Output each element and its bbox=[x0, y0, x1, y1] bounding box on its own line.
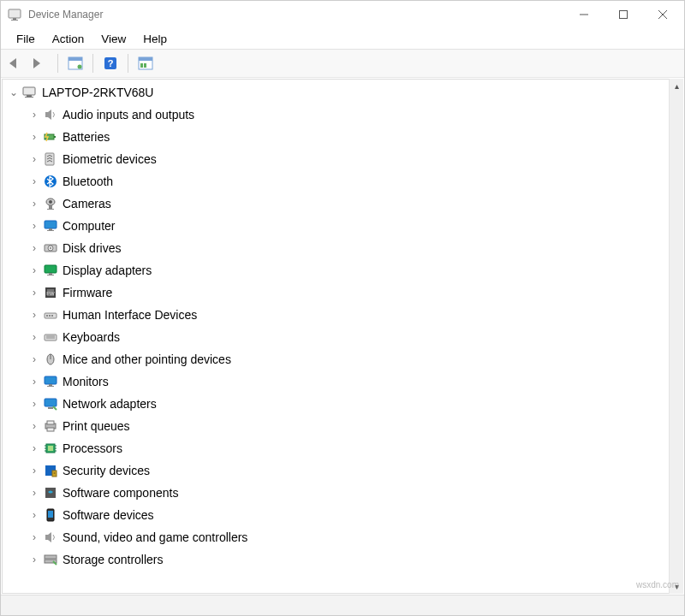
speaker-icon bbox=[43, 530, 58, 545]
chevron-right-icon[interactable]: › bbox=[28, 198, 40, 210]
chevron-right-icon[interactable]: › bbox=[28, 420, 40, 432]
menu-file[interactable]: File bbox=[8, 31, 44, 47]
toolbar-separator bbox=[92, 54, 93, 73]
tree-category[interactable]: ›Network adapters bbox=[4, 393, 681, 415]
device-manager-window: Device Manager File Action View Help ? ⌄… bbox=[0, 0, 685, 616]
maximize-button[interactable] bbox=[604, 2, 643, 27]
tree-category[interactable]: ›Print queues bbox=[4, 415, 681, 437]
tree-category[interactable]: ›Software components bbox=[4, 482, 681, 504]
tree-category[interactable]: ›Computer bbox=[4, 215, 681, 237]
forward-button[interactable] bbox=[30, 53, 51, 74]
chevron-right-icon[interactable]: › bbox=[28, 264, 40, 276]
tree-category[interactable]: ›Storage controllers bbox=[4, 548, 681, 571]
chevron-right-icon[interactable]: › bbox=[28, 376, 40, 388]
svg-rect-50 bbox=[47, 386, 54, 387]
chevron-right-icon[interactable]: › bbox=[28, 242, 40, 254]
svg-rect-42 bbox=[51, 315, 53, 317]
device-tree[interactable]: ⌄LAPTOP-2RKTV68U›Audio inputs and output… bbox=[2, 79, 683, 594]
svg-text:?: ? bbox=[108, 58, 114, 68]
svg-rect-25 bbox=[49, 205, 52, 209]
tree-category[interactable]: ›Disk drives bbox=[4, 237, 681, 259]
chevron-right-icon[interactable]: › bbox=[28, 153, 40, 165]
chevron-right-icon[interactable]: › bbox=[28, 353, 40, 365]
svg-rect-18 bbox=[25, 97, 33, 98]
tree-category[interactable]: ›Processors bbox=[4, 437, 681, 459]
tree-category-label: Sound, video and game controllers bbox=[63, 530, 247, 544]
biometric-icon bbox=[43, 151, 58, 167]
tree-category-label: Cameras bbox=[63, 197, 111, 210]
tree-category[interactable]: ›Audio inputs and outputs bbox=[4, 104, 681, 126]
tree-category[interactable]: ›Monitors bbox=[4, 370, 681, 393]
menu-help[interactable]: Help bbox=[134, 31, 176, 47]
tree-category[interactable]: ›Batteries bbox=[4, 126, 681, 148]
tree-category-label: Computer bbox=[63, 219, 115, 233]
svg-rect-4 bbox=[620, 11, 628, 19]
swdev-icon bbox=[43, 507, 58, 523]
menu-action[interactable]: Action bbox=[44, 31, 93, 47]
battery-icon bbox=[43, 129, 58, 145]
tree-category-label: Software devices bbox=[63, 508, 154, 522]
monitor-icon bbox=[43, 374, 58, 389]
tree-category[interactable]: ›Security devices bbox=[4, 459, 681, 482]
svg-rect-8 bbox=[68, 57, 82, 61]
tree-category-label: Bluetooth bbox=[63, 175, 113, 188]
show-hidden-button[interactable] bbox=[135, 53, 156, 74]
tree-category-label: Mice and other pointing devices bbox=[63, 352, 231, 366]
chevron-right-icon[interactable]: › bbox=[28, 398, 40, 410]
vertical-scrollbar[interactable]: ▴ ▾ bbox=[669, 79, 683, 594]
svg-rect-17 bbox=[27, 95, 32, 97]
chevron-right-icon[interactable]: › bbox=[28, 309, 40, 321]
help-button[interactable]: ? bbox=[100, 53, 121, 74]
swcomp-icon bbox=[43, 485, 58, 500]
tree-category-label: Network adapters bbox=[63, 397, 157, 411]
svg-rect-20 bbox=[54, 136, 56, 138]
svg-rect-14 bbox=[140, 63, 143, 68]
titlebar[interactable]: Device Manager bbox=[1, 1, 684, 28]
chevron-right-icon[interactable]: › bbox=[28, 509, 40, 521]
tree-category[interactable]: ›Display adapters bbox=[4, 259, 681, 281]
chevron-right-icon[interactable]: › bbox=[28, 331, 40, 343]
tree-category-label: Batteries bbox=[63, 130, 110, 144]
properties-button[interactable] bbox=[65, 53, 86, 74]
chevron-right-icon[interactable]: › bbox=[28, 220, 40, 232]
diskdrive-icon bbox=[43, 240, 58, 256]
close-button[interactable] bbox=[643, 2, 682, 27]
back-button[interactable] bbox=[6, 53, 27, 74]
tree-category[interactable]: ›Mice and other pointing devices bbox=[4, 348, 681, 370]
tree-category[interactable]: ›Biometric devices bbox=[4, 148, 681, 170]
tree-category-label: Keyboards bbox=[63, 330, 120, 344]
tree-category[interactable]: ›Sound, video and game controllers bbox=[4, 526, 681, 548]
chevron-right-icon[interactable]: › bbox=[28, 531, 40, 543]
tree-category[interactable]: ›Cameras bbox=[4, 192, 681, 215]
tree-category[interactable]: ›FWFirmware bbox=[4, 281, 681, 304]
menu-view[interactable]: View bbox=[92, 31, 134, 47]
svg-rect-13 bbox=[139, 57, 152, 61]
tree-category[interactable]: ›Bluetooth bbox=[4, 170, 681, 192]
tree-category[interactable]: ›Software devices bbox=[4, 504, 681, 526]
svg-rect-69 bbox=[48, 511, 53, 518]
chevron-right-icon[interactable]: › bbox=[28, 131, 40, 143]
chevron-right-icon[interactable]: › bbox=[28, 175, 40, 187]
chevron-right-icon[interactable]: › bbox=[28, 287, 40, 299]
chevron-right-icon[interactable]: › bbox=[28, 109, 40, 121]
svg-text:FW: FW bbox=[46, 291, 55, 296]
camera-icon bbox=[43, 196, 58, 211]
svg-rect-51 bbox=[45, 399, 57, 406]
tree-category[interactable]: ›Keyboards bbox=[4, 326, 681, 348]
computer-root-icon bbox=[22, 85, 38, 100]
tree-category[interactable]: ›Human Interface Devices bbox=[4, 304, 681, 326]
minimize-button[interactable] bbox=[564, 2, 604, 27]
chevron-right-icon[interactable]: › bbox=[28, 465, 40, 477]
svg-point-9 bbox=[78, 65, 82, 69]
chevron-right-icon[interactable]: › bbox=[28, 487, 40, 499]
chevron-right-icon[interactable]: › bbox=[28, 554, 40, 566]
network-icon bbox=[43, 396, 58, 412]
tree-root-label: LAPTOP-2RKTV68U bbox=[42, 86, 153, 99]
window-controls bbox=[564, 2, 682, 27]
toolbar-separator bbox=[128, 54, 128, 73]
tree-category-label: Security devices bbox=[63, 464, 150, 477]
chevron-down-icon[interactable]: ⌄ bbox=[8, 86, 20, 98]
scroll-up-button[interactable]: ▴ bbox=[670, 79, 683, 93]
chevron-right-icon[interactable]: › bbox=[28, 442, 40, 454]
tree-root[interactable]: ⌄LAPTOP-2RKTV68U bbox=[4, 81, 681, 104]
